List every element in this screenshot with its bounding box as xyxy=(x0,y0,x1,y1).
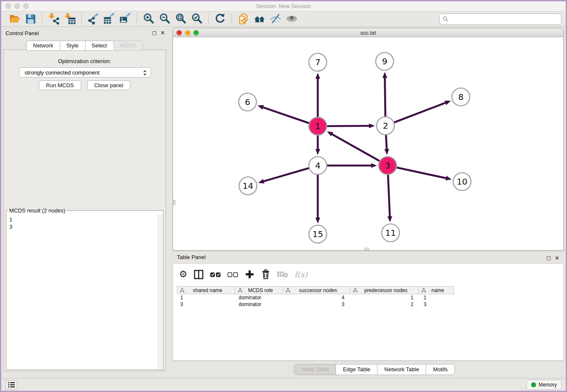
column-header-name[interactable]: name xyxy=(418,286,454,294)
graph-node-label: 11 xyxy=(385,228,396,238)
zoom-fit-icon xyxy=(175,13,187,25)
control-panel-float-button[interactable]: ◻ xyxy=(152,30,157,36)
search-icon xyxy=(443,16,449,22)
edge-2-8[interactable] xyxy=(385,103,446,126)
zoom-selected-button[interactable] xyxy=(189,12,205,26)
columns-icon xyxy=(193,269,204,280)
deselect-all-button[interactable] xyxy=(227,268,239,281)
import-network-button[interactable] xyxy=(46,12,62,26)
tab-mcds[interactable]: MCDS xyxy=(113,41,143,51)
tab-select[interactable]: Select xyxy=(85,41,114,51)
hide-panels-button[interactable] xyxy=(267,12,284,26)
optimization-select[interactable]: strongly connected component xyxy=(19,67,151,77)
zoom-fit-button[interactable] xyxy=(173,12,189,26)
table-row[interactable]: 1dominator411 xyxy=(177,294,456,301)
result-scrollbar[interactable] xyxy=(158,215,162,369)
memory-button[interactable]: Memory xyxy=(526,380,561,390)
close-panel-button[interactable]: Close panel xyxy=(87,80,131,90)
mcds-result-item: 3 xyxy=(9,223,157,230)
edge-arrowhead xyxy=(371,163,377,168)
zoom-in-button[interactable] xyxy=(140,12,157,26)
network-canvas[interactable]: 7986124314101511 xyxy=(173,37,563,250)
network-window-titlebar[interactable]: ✕ − + scc.txt xyxy=(173,28,563,37)
canvas-splitter-handle[interactable] xyxy=(173,200,176,205)
mcds-result-list[interactable]: 13 xyxy=(7,215,157,369)
edge-3-1[interactable] xyxy=(332,134,388,166)
network-minimize-button[interactable]: − xyxy=(185,30,190,36)
optimization-label: Optimization criterion: xyxy=(4,58,165,64)
table-settings-button[interactable]: ⚙ xyxy=(179,268,187,281)
export-image-button[interactable] xyxy=(117,12,133,26)
network-close-button[interactable]: ✕ xyxy=(176,30,182,36)
table-cell[interactable]: dominator xyxy=(235,295,284,301)
export-table-button[interactable] xyxy=(101,12,117,26)
import-table-icon xyxy=(64,13,76,25)
search-input[interactable] xyxy=(439,14,561,25)
unchecked-boxes-icon xyxy=(227,269,239,280)
table-cell[interactable]: 2 xyxy=(351,301,420,307)
import-table-button[interactable] xyxy=(62,12,78,26)
graph-node-label: 2 xyxy=(383,121,388,131)
titlebar: Session: New Session xyxy=(1,1,566,11)
function-builder-button[interactable]: f(x) xyxy=(295,268,308,281)
split-columns-button[interactable] xyxy=(193,268,204,281)
mcds-result-title: MCDS result (2 nodes) xyxy=(8,207,66,214)
edge-arrowhead xyxy=(327,131,333,136)
window-frame-top xyxy=(0,0,567,1)
column-header-MCDS-role[interactable]: MCDS role xyxy=(235,286,283,294)
save-session-button[interactable] xyxy=(22,12,39,26)
table-row[interactable]: 3dominator323 xyxy=(177,301,456,308)
home-layout-button[interactable] xyxy=(251,12,267,26)
graph-node-label: 14 xyxy=(242,181,253,191)
control-panel-close-button[interactable]: ✕ xyxy=(160,30,165,36)
table-cell[interactable]: 1 xyxy=(351,295,420,301)
tab-motifs[interactable]: Motifs xyxy=(426,364,454,375)
optimization-select-value: strongly connected component xyxy=(25,69,99,76)
open-session-button[interactable] xyxy=(6,12,22,26)
tab-node-table[interactable]: Node Table xyxy=(295,364,336,375)
control-panel-title: Control Panel xyxy=(6,30,39,36)
table-panel-float-button[interactable]: ◻ xyxy=(546,255,551,262)
edge-arrowhead xyxy=(383,72,387,78)
column-header-successor-nodes[interactable]: successor nodes xyxy=(283,286,350,294)
canvas-splitter-handle[interactable] xyxy=(364,248,369,250)
run-mcds-button[interactable]: Run MCDS xyxy=(39,80,81,90)
refresh-view-button[interactable] xyxy=(212,12,228,26)
delete-row-button[interactable] xyxy=(261,268,271,281)
edge-arrowhead xyxy=(388,216,392,222)
table-panel-body: ⚙ f(x) shared nameMCDS rolesuccessor nod… xyxy=(173,263,564,361)
task-history-button[interactable] xyxy=(6,380,17,389)
tab-edge-table[interactable]: Edge Table xyxy=(336,364,377,375)
network-zoom-button[interactable]: + xyxy=(193,30,199,36)
tab-network[interactable]: Network xyxy=(26,41,60,51)
table-cell[interactable]: 3 xyxy=(284,301,351,307)
table-cell[interactable]: 3 xyxy=(177,301,235,307)
edge-arrowhead xyxy=(315,218,320,224)
table-cell[interactable]: dominator xyxy=(235,301,284,307)
table-cell[interactable]: 1 xyxy=(177,295,235,301)
copy-network-icon xyxy=(237,13,250,25)
delete-table-button[interactable] xyxy=(277,268,289,281)
zoom-out-button[interactable] xyxy=(157,12,173,26)
select-all-button[interactable] xyxy=(210,268,221,281)
network-graph[interactable]: 7986124314101511 xyxy=(173,37,563,250)
table-cell[interactable]: 4 xyxy=(284,295,351,301)
table-cell[interactable]: 1 xyxy=(420,295,456,301)
tab-network-table[interactable]: Network Table xyxy=(377,364,426,375)
export-network-icon xyxy=(87,13,99,25)
copy-network-button[interactable] xyxy=(235,12,251,26)
export-network-button[interactable] xyxy=(85,12,101,26)
graph-node-label: 9 xyxy=(382,56,388,66)
add-row-button[interactable] xyxy=(245,268,255,281)
show-panels-button[interactable] xyxy=(284,12,300,26)
table-cell[interactable]: 3 xyxy=(420,301,456,307)
tab-style[interactable]: Style xyxy=(60,41,85,51)
table-panel-close-button[interactable]: ✕ xyxy=(555,255,559,262)
column-header-shared-name[interactable]: shared name xyxy=(177,286,235,294)
column-header-predecessor-nodes[interactable]: predecessor nodes xyxy=(350,286,419,294)
network-window: ✕ − + scc.txt 7986124314101511 xyxy=(173,28,564,251)
window-title: Session: New Session xyxy=(1,3,566,9)
graph-node-label: 10 xyxy=(457,177,467,187)
column-header-label: shared name xyxy=(186,287,235,293)
edge-arrowhead xyxy=(315,149,320,155)
